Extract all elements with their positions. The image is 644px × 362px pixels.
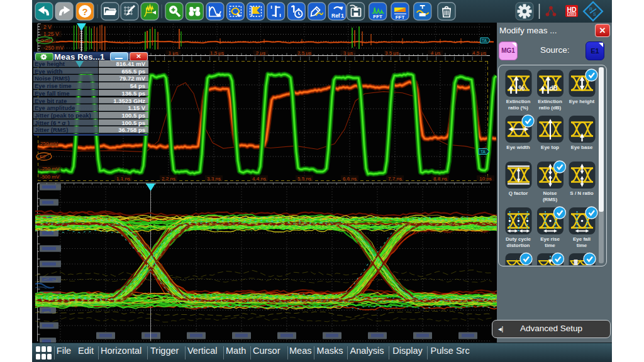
svg-text:dB: dB [549,85,557,92]
svg-text:1: 1 [341,13,344,19]
svg-text:0 mV: 0 mV [41,38,53,43]
svg-text:8.8 ns: 8.8 ns [433,176,447,182]
svg-text:10 ns: 10 ns [479,176,492,182]
svg-text:16bit: 16bit [569,13,575,16]
svg-text:1.5 μs: 1.5 μs [210,50,224,56]
svg-text:-250 mV: -250 mV [40,166,60,172]
svg-text:3.5 μs: 3.5 μs [385,50,399,56]
svg-text:1.1 ns: 1.1 ns [116,176,130,182]
svg-text:R: R [589,7,592,11]
svg-text:4.4 ns: 4.4 ns [252,176,266,182]
svg-text:2 μs: 2 μs [256,50,265,56]
svg-text:5.5 ns: 5.5 ns [297,176,311,182]
svg-text:2.2 ns: 2.2 ns [162,176,175,182]
svg-text:2 V: 2 V [43,24,52,30]
svg-text:6.6 ns: 6.6 ns [343,176,357,182]
svg-text:3 μs: 3 μs [343,50,353,56]
svg-text:HD: HD [567,6,577,13]
svg-text:TA: TA [480,150,486,154]
svg-text:1.25 V: 1.25 V [43,31,59,37]
svg-text:250 mV: 250 mV [40,141,58,146]
svg-text:S: S [593,12,596,16]
svg-text:4.5 μs: 4.5 μs [472,50,486,56]
svg-text:-250 mV: -250 mV [43,45,64,51]
svg-text:3.3 ns: 3.3 ns [207,176,221,182]
svg-text:E2: E2 [40,154,46,160]
svg-text:2.5 μs: 2.5 μs [297,50,311,56]
svg-text:1 μs: 1 μs [169,50,178,56]
svg-text:7.7 ns: 7.7 ns [388,176,402,182]
svg-text:Ref: Ref [331,13,340,19]
svg-text:4 μs: 4 μs [431,50,440,56]
svg-text:-500 mV: -500 mV [40,174,60,180]
svg-text:FFT: FFT [396,14,405,20]
svg-text:?: ? [82,6,87,17]
svg-text:%: % [518,84,525,92]
svg-text:TA: TA [482,38,487,43]
svg-text:FFT: FFT [373,14,382,19]
